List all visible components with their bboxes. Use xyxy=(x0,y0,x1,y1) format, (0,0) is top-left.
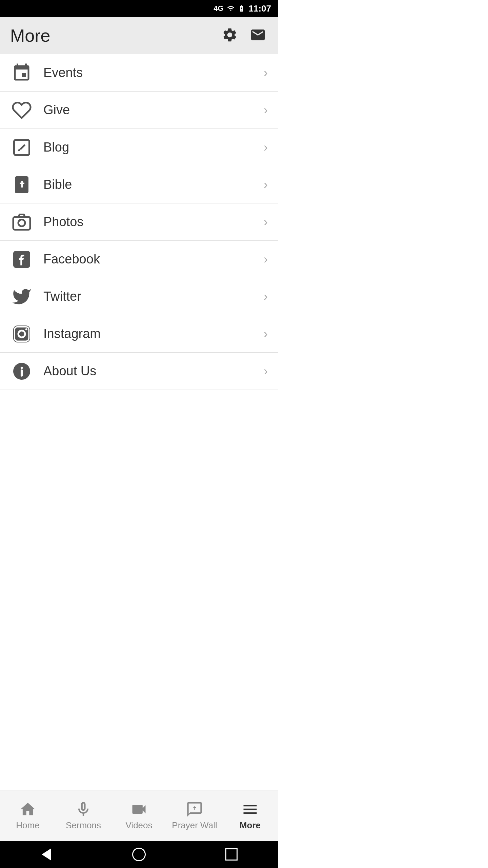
menu-item-facebook[interactable]: Facebook › xyxy=(0,241,278,278)
status-bar: 4G 11:07 xyxy=(0,0,278,17)
signal-icon xyxy=(227,5,235,12)
instagram-label: Instagram xyxy=(43,327,264,341)
twitter-chevron: › xyxy=(264,290,268,304)
blog-chevron: › xyxy=(264,140,268,155)
header-actions xyxy=(220,25,268,46)
events-label: Events xyxy=(43,65,264,80)
about-us-chevron: › xyxy=(264,364,268,378)
twitter-label: Twitter xyxy=(43,289,264,304)
clock: 11:07 xyxy=(249,3,271,14)
photos-chevron: › xyxy=(264,215,268,229)
menu-item-events[interactable]: Events › xyxy=(0,54,278,92)
header: More xyxy=(0,17,278,54)
heart-icon xyxy=(10,99,33,122)
twitter-icon xyxy=(10,285,33,308)
instagram-icon xyxy=(10,322,33,346)
menu-item-give[interactable]: Give › xyxy=(0,92,278,129)
camera-icon xyxy=(10,211,33,234)
svg-point-11 xyxy=(21,367,23,369)
calendar-icon xyxy=(10,61,33,84)
bible-label: Bible xyxy=(43,177,264,192)
facebook-icon xyxy=(10,248,33,271)
give-label: Give xyxy=(43,103,264,117)
bible-chevron: › xyxy=(264,178,268,192)
instagram-chevron: › xyxy=(264,327,268,341)
menu-item-about-us[interactable]: About Us › xyxy=(0,353,278,390)
settings-button[interactable] xyxy=(220,25,240,46)
messages-button[interactable] xyxy=(248,25,268,46)
menu-item-twitter[interactable]: Twitter › xyxy=(0,278,278,315)
svg-point-4 xyxy=(18,219,25,226)
mail-icon xyxy=(250,27,266,43)
page-title: More xyxy=(10,25,50,46)
menu-item-blog[interactable]: Blog › xyxy=(0,129,278,166)
photos-label: Photos xyxy=(43,215,264,229)
info-icon xyxy=(10,360,33,383)
about-us-label: About Us xyxy=(43,364,264,378)
menu-item-photos[interactable]: Photos › xyxy=(0,203,278,241)
events-chevron: › xyxy=(264,66,268,80)
facebook-chevron: › xyxy=(264,252,268,267)
gear-icon xyxy=(222,27,238,43)
network-type: 4G xyxy=(214,4,223,13)
edit-icon xyxy=(10,136,33,159)
svg-point-8 xyxy=(25,328,27,330)
facebook-label: Facebook xyxy=(43,252,264,267)
menu-item-instagram[interactable]: Instagram › xyxy=(0,315,278,353)
bible-icon: ✝ xyxy=(10,173,33,196)
battery-icon xyxy=(238,5,245,12)
svg-text:✝: ✝ xyxy=(18,179,25,189)
menu-list: Events › Give › Blog › ✝ Bible xyxy=(0,54,278,390)
give-chevron: › xyxy=(264,103,268,117)
menu-item-bible[interactable]: ✝ Bible › xyxy=(0,166,278,203)
blog-label: Blog xyxy=(43,140,264,155)
